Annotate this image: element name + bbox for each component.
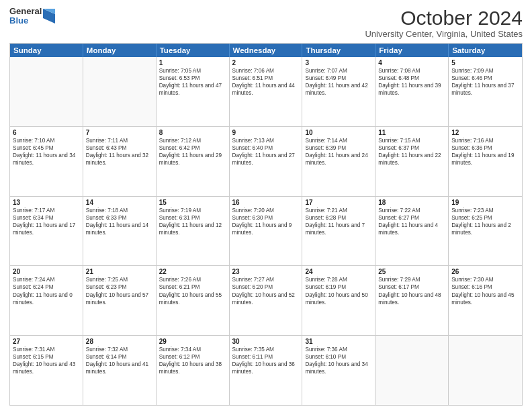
calendar-cell: 20Sunrise: 7:24 AMSunset: 6:24 PMDayligh…	[10, 266, 83, 335]
day-number: 11	[378, 129, 445, 136]
calendar-cell: 16Sunrise: 7:20 AMSunset: 6:30 PMDayligh…	[230, 197, 303, 266]
day-number: 30	[232, 338, 300, 345]
day-number: 20	[13, 268, 80, 275]
calendar-cell: 5Sunrise: 7:09 AMSunset: 6:46 PMDaylight…	[449, 57, 522, 126]
calendar-cell	[10, 57, 83, 126]
calendar-cell: 21Sunrise: 7:25 AMSunset: 6:23 PMDayligh…	[83, 266, 157, 335]
calendar-header-cell: Monday	[83, 44, 157, 57]
day-number: 29	[159, 338, 226, 345]
cell-text: Sunrise: 7:13 AMSunset: 6:40 PMDaylight:…	[232, 137, 300, 167]
calendar-cell: 23Sunrise: 7:27 AMSunset: 6:20 PMDayligh…	[230, 266, 303, 335]
cell-text: Sunrise: 7:05 AMSunset: 6:53 PMDaylight:…	[159, 67, 226, 97]
calendar-cell: 15Sunrise: 7:19 AMSunset: 6:31 PMDayligh…	[157, 197, 230, 266]
calendar-cell: 25Sunrise: 7:29 AMSunset: 6:17 PMDayligh…	[375, 266, 449, 335]
day-number: 27	[13, 338, 80, 345]
cell-text: Sunrise: 7:19 AMSunset: 6:31 PMDaylight:…	[159, 207, 226, 236]
calendar-body: 1Sunrise: 7:05 AMSunset: 6:53 PMDaylight…	[10, 57, 522, 405]
calendar: SundayMondayTuesdayWednesdayThursdayFrid…	[9, 43, 523, 406]
calendar-cell: 28Sunrise: 7:32 AMSunset: 6:14 PMDayligh…	[83, 336, 157, 405]
subtitle: University Center, Virginia, United Stat…	[365, 29, 523, 39]
calendar-row: 6Sunrise: 7:10 AMSunset: 6:45 PMDaylight…	[10, 126, 522, 196]
cell-text: Sunrise: 7:20 AMSunset: 6:30 PMDaylight:…	[232, 207, 300, 236]
calendar-cell: 24Sunrise: 7:28 AMSunset: 6:19 PMDayligh…	[302, 266, 375, 335]
day-number: 26	[451, 268, 519, 275]
logo-icon	[43, 9, 55, 24]
day-number: 6	[13, 129, 80, 136]
day-number: 28	[86, 338, 153, 345]
calendar-cell: 22Sunrise: 7:26 AMSunset: 6:21 PMDayligh…	[157, 266, 230, 335]
calendar-header-cell: Friday	[375, 44, 449, 57]
day-number: 17	[305, 199, 372, 206]
day-number: 10	[305, 129, 372, 136]
day-number: 31	[305, 338, 372, 345]
cell-text: Sunrise: 7:26 AMSunset: 6:21 PMDaylight:…	[159, 276, 226, 306]
calendar-cell: 8Sunrise: 7:12 AMSunset: 6:42 PMDaylight…	[157, 127, 230, 196]
day-number: 19	[451, 199, 519, 206]
calendar-cell: 19Sunrise: 7:23 AMSunset: 6:25 PMDayligh…	[449, 197, 522, 266]
cell-text: Sunrise: 7:10 AMSunset: 6:45 PMDaylight:…	[13, 137, 80, 167]
day-number: 18	[378, 199, 445, 206]
calendar-cell: 31Sunrise: 7:36 AMSunset: 6:10 PMDayligh…	[302, 336, 375, 405]
cell-text: Sunrise: 7:27 AMSunset: 6:20 PMDaylight:…	[232, 276, 300, 306]
cell-text: Sunrise: 7:29 AMSunset: 6:17 PMDaylight:…	[378, 276, 445, 306]
cell-text: Sunrise: 7:18 AMSunset: 6:33 PMDaylight:…	[86, 207, 153, 236]
calendar-row: 1Sunrise: 7:05 AMSunset: 6:53 PMDaylight…	[10, 57, 522, 126]
day-number: 24	[305, 268, 372, 275]
cell-text: Sunrise: 7:21 AMSunset: 6:28 PMDaylight:…	[305, 207, 372, 236]
cell-text: Sunrise: 7:08 AMSunset: 6:48 PMDaylight:…	[378, 67, 445, 97]
day-number: 5	[451, 59, 519, 66]
calendar-cell: 14Sunrise: 7:18 AMSunset: 6:33 PMDayligh…	[83, 197, 157, 266]
calendar-cell: 27Sunrise: 7:31 AMSunset: 6:15 PMDayligh…	[10, 336, 83, 405]
calendar-cell: 1Sunrise: 7:05 AMSunset: 6:53 PMDaylight…	[157, 57, 230, 126]
day-number: 8	[159, 129, 226, 136]
logo-text: General Blue	[9, 7, 42, 26]
cell-text: Sunrise: 7:30 AMSunset: 6:16 PMDaylight:…	[451, 276, 519, 306]
cell-text: Sunrise: 7:09 AMSunset: 6:46 PMDaylight:…	[451, 67, 519, 97]
day-number: 25	[378, 268, 445, 275]
day-number: 14	[86, 199, 153, 206]
cell-text: Sunrise: 7:16 AMSunset: 6:36 PMDaylight:…	[451, 137, 519, 167]
calendar-cell: 13Sunrise: 7:17 AMSunset: 6:34 PMDayligh…	[10, 197, 83, 266]
day-number: 21	[86, 268, 153, 275]
day-number: 4	[378, 59, 445, 66]
calendar-header-cell: Tuesday	[157, 44, 230, 57]
cell-text: Sunrise: 7:06 AMSunset: 6:51 PMDaylight:…	[232, 67, 300, 97]
calendar-cell: 18Sunrise: 7:22 AMSunset: 6:27 PMDayligh…	[375, 197, 449, 266]
calendar-cell	[375, 336, 449, 405]
calendar-cell: 6Sunrise: 7:10 AMSunset: 6:45 PMDaylight…	[10, 127, 83, 196]
cell-text: Sunrise: 7:23 AMSunset: 6:25 PMDaylight:…	[451, 207, 519, 236]
calendar-header: SundayMondayTuesdayWednesdayThursdayFrid…	[10, 44, 522, 57]
calendar-cell: 2Sunrise: 7:06 AMSunset: 6:51 PMDaylight…	[230, 57, 303, 126]
day-number: 9	[232, 129, 300, 136]
calendar-cell: 7Sunrise: 7:11 AMSunset: 6:43 PMDaylight…	[83, 127, 157, 196]
day-number: 16	[232, 199, 300, 206]
day-number: 3	[305, 59, 372, 66]
month-title: October 2024	[365, 7, 523, 29]
cell-text: Sunrise: 7:31 AMSunset: 6:15 PMDaylight:…	[13, 346, 80, 375]
day-number: 13	[13, 199, 80, 206]
cell-text: Sunrise: 7:14 AMSunset: 6:39 PMDaylight:…	[305, 137, 372, 167]
calendar-cell: 26Sunrise: 7:30 AMSunset: 6:16 PMDayligh…	[449, 266, 522, 335]
calendar-header-cell: Saturday	[449, 44, 522, 57]
cell-text: Sunrise: 7:11 AMSunset: 6:43 PMDaylight:…	[86, 137, 153, 167]
calendar-cell: 12Sunrise: 7:16 AMSunset: 6:36 PMDayligh…	[449, 127, 522, 196]
calendar-cell: 11Sunrise: 7:15 AMSunset: 6:37 PMDayligh…	[375, 127, 449, 196]
day-number: 15	[159, 199, 226, 206]
cell-text: Sunrise: 7:32 AMSunset: 6:14 PMDaylight:…	[86, 346, 153, 375]
cell-text: Sunrise: 7:35 AMSunset: 6:11 PMDaylight:…	[232, 346, 300, 375]
cell-text: Sunrise: 7:34 AMSunset: 6:12 PMDaylight:…	[159, 346, 226, 375]
calendar-cell: 4Sunrise: 7:08 AMSunset: 6:48 PMDaylight…	[375, 57, 449, 126]
cell-text: Sunrise: 7:12 AMSunset: 6:42 PMDaylight:…	[159, 137, 226, 167]
calendar-cell: 9Sunrise: 7:13 AMSunset: 6:40 PMDaylight…	[230, 127, 303, 196]
cell-text: Sunrise: 7:22 AMSunset: 6:27 PMDaylight:…	[378, 207, 445, 236]
day-number: 22	[159, 268, 226, 275]
logo-blue: Blue	[9, 16, 42, 26]
calendar-cell: 10Sunrise: 7:14 AMSunset: 6:39 PMDayligh…	[302, 127, 375, 196]
calendar-cell	[83, 57, 157, 126]
logo-general: General	[9, 7, 42, 16]
cell-text: Sunrise: 7:36 AMSunset: 6:10 PMDaylight:…	[305, 346, 372, 375]
calendar-row: 13Sunrise: 7:17 AMSunset: 6:34 PMDayligh…	[10, 196, 522, 266]
calendar-row: 20Sunrise: 7:24 AMSunset: 6:24 PMDayligh…	[10, 265, 522, 335]
page: General Blue October 2024 University Cen…	[0, 0, 532, 411]
day-number: 2	[232, 59, 300, 66]
